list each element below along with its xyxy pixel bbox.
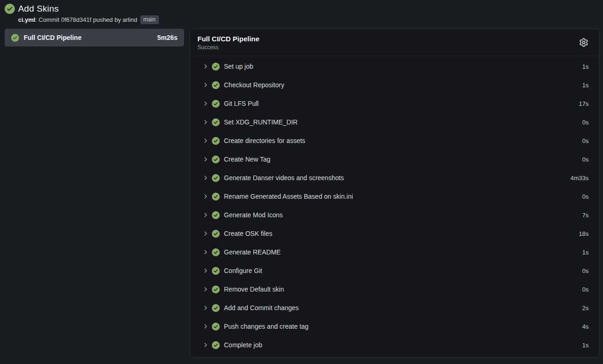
chevron-right-icon: [202, 175, 209, 181]
step-row[interactable]: Set up job 1s: [190, 57, 599, 76]
panel-job-title: Full CI/CD Pipeline: [197, 35, 591, 43]
step-name: Create directories for assets: [224, 137, 305, 144]
gear-icon: [579, 38, 588, 47]
workflow-file-link[interactable]: ci.yml: [18, 16, 35, 23]
job-duration: 5m26s: [157, 34, 177, 41]
step-row[interactable]: Remove Default skin 0s: [190, 280, 599, 299]
step-name: Rename Generated Assets Based on skin.in…: [224, 193, 353, 200]
step-row[interactable]: Create New Tag 0s: [190, 150, 599, 169]
panel-header: Full CI/CD Pipeline Success: [190, 29, 599, 56]
settings-button[interactable]: [577, 37, 590, 49]
step-name: Push changes and create tag: [224, 323, 308, 330]
step-duration: 2s: [582, 305, 589, 312]
chevron-right-icon: [202, 286, 209, 292]
chevron-right-icon: [202, 323, 209, 330]
check-circle-icon: [212, 230, 220, 238]
check-circle-icon: [212, 286, 220, 293]
check-circle-icon: [212, 156, 220, 163]
step-name: Set up job: [224, 63, 253, 70]
check-circle-icon: [212, 174, 220, 182]
step-row[interactable]: Configure Git 0s: [190, 261, 599, 280]
chevron-right-icon: [202, 119, 209, 125]
branch-badge[interactable]: main: [140, 15, 159, 24]
steps-list: Set up job 1s Checkout Repository 1s: [190, 56, 599, 357]
step-name: Complete job: [224, 341, 262, 349]
step-duration: 1s: [582, 249, 589, 256]
chevron-right-icon: [202, 100, 209, 107]
check-circle-icon: [212, 137, 220, 145]
check-circle-icon: [212, 304, 220, 312]
run-body: Full CI/CD Pipeline 5m26s Full CI/CD Pip…: [0, 27, 603, 358]
step-row[interactable]: Git LFS Pull 17s: [190, 94, 599, 113]
step-duration: 4s: [582, 323, 589, 330]
step-duration: 7s: [582, 212, 589, 219]
check-circle-icon: [212, 100, 220, 108]
job-name: Full CI/CD Pipeline: [24, 34, 81, 41]
step-row[interactable]: Set XDG_RUNTIME_DIR 0s: [190, 113, 599, 131]
step-duration: 0s: [582, 156, 589, 163]
chevron-right-icon: [202, 342, 209, 348]
actor-link[interactable]: arlind: [123, 16, 138, 23]
step-duration: 4m33s: [570, 175, 589, 182]
check-circle-icon: [212, 63, 220, 71]
chevron-right-icon: [202, 249, 209, 255]
step-duration: 0s: [582, 137, 589, 144]
check-circle-icon: [212, 118, 220, 126]
step-duration: 1s: [582, 82, 589, 89]
chevron-right-icon: [202, 156, 209, 162]
step-name: Generate Danser videos and screenshots: [224, 174, 344, 182]
step-name: Generate Mod Icons: [224, 211, 283, 219]
step-name: Configure Git: [224, 267, 262, 274]
panel-job-status: Success: [197, 44, 591, 51]
step-row[interactable]: Generate Danser videos and screenshots 4…: [190, 169, 599, 187]
step-name: Git LFS Pull: [224, 100, 259, 107]
chevron-right-icon: [202, 305, 209, 311]
check-circle-icon: [212, 341, 220, 349]
check-circle-icon: [5, 4, 15, 14]
step-duration: 1s: [582, 342, 589, 349]
step-row[interactable]: Checkout Repository 1s: [190, 76, 599, 94]
check-circle-icon: [212, 211, 220, 219]
check-circle-icon: [212, 193, 220, 201]
step-name: Create OSK files: [224, 230, 272, 237]
step-row[interactable]: Create OSK files 18s: [190, 224, 599, 243]
step-name: Set XDG_RUNTIME_DIR: [224, 118, 298, 126]
step-duration: 1s: [582, 63, 589, 70]
run-title: Add Skins: [18, 4, 59, 14]
step-duration: 0s: [582, 193, 589, 200]
chevron-right-icon: [202, 230, 209, 237]
pushed-by-label: pushed by: [92, 16, 123, 23]
step-duration: 0s: [582, 286, 589, 293]
chevron-right-icon: [202, 82, 209, 88]
run-header: Add Skins ci.yml: Commit 0f678d341f push…: [0, 0, 603, 27]
step-row[interactable]: Complete job 1s: [190, 336, 599, 354]
step-duration: 17s: [579, 100, 589, 107]
step-duration: 0s: [582, 119, 589, 126]
job-steps-panel: Full CI/CD Pipeline Success Set up job: [190, 29, 599, 358]
step-name: Checkout Repository: [224, 81, 284, 89]
commit-sha-link[interactable]: 0f678d341f: [61, 16, 91, 23]
step-row[interactable]: Add and Commit changes 2s: [190, 299, 599, 317]
check-circle-icon: [212, 81, 220, 89]
commit-label: : Commit: [35, 16, 61, 23]
step-name: Generate README: [224, 248, 281, 256]
sidebar-job-item[interactable]: Full CI/CD Pipeline 5m26s: [5, 29, 184, 46]
check-circle-icon: [11, 34, 19, 42]
run-meta: ci.yml: Commit 0f678d341f pushed by arli…: [18, 15, 598, 24]
chevron-right-icon: [202, 212, 209, 218]
chevron-right-icon: [202, 137, 209, 144]
check-circle-icon: [212, 248, 220, 256]
step-row[interactable]: Rename Generated Assets Based on skin.in…: [190, 187, 599, 206]
step-duration: 18s: [579, 230, 589, 237]
step-row[interactable]: Generate README 1s: [190, 243, 599, 261]
step-duration: 0s: [582, 267, 589, 274]
step-row[interactable]: Push changes and create tag 4s: [190, 317, 599, 336]
step-name: Add and Commit changes: [224, 304, 299, 312]
jobs-sidebar: Full CI/CD Pipeline 5m26s: [5, 29, 184, 46]
step-name: Create New Tag: [224, 156, 270, 163]
step-row[interactable]: Create directories for assets 0s: [190, 131, 599, 150]
step-name: Remove Default skin: [224, 286, 284, 293]
check-circle-icon: [212, 267, 220, 275]
step-row[interactable]: Generate Mod Icons 7s: [190, 206, 599, 224]
chevron-right-icon: [202, 267, 209, 274]
